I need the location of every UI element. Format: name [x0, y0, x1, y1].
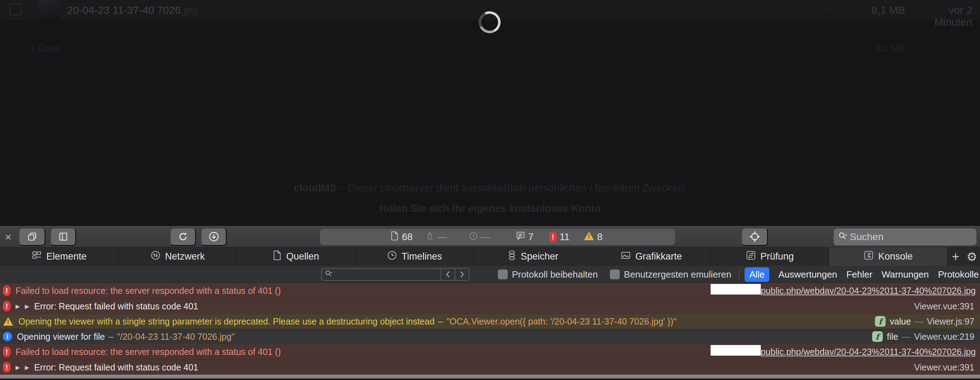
console-message: Failed to load resource: the server resp… [16, 286, 281, 296]
svg-text:!: ! [7, 319, 9, 325]
tab-quellen[interactable]: Quellen [237, 247, 355, 266]
footer-cta[interactable]: Holen Sie sich Ihr eigenes kostenloses K… [0, 203, 980, 214]
file-modified: vor 2 Minuten [908, 4, 972, 28]
find-previous-button[interactable] [441, 269, 455, 280]
console-filter-bar: Protokoll beibehalten Benutzergesten emu… [0, 266, 980, 283]
undock-button[interactable] [19, 228, 45, 246]
inspector-search-field[interactable] [834, 228, 977, 245]
tab-konsole[interactable]: Konsole [829, 247, 948, 266]
add-tab-icon[interactable]: + [948, 247, 964, 266]
console-filter-field[interactable] [321, 268, 469, 281]
resource-summary-pill[interactable]: 68 — — 7 ! [320, 229, 675, 245]
tab-elemente[interactable]: Elemente [0, 247, 118, 266]
scope-protokolle[interactable]: Protokolle [938, 269, 979, 280]
console-icon [863, 250, 874, 263]
source-location-link[interactable]: Viewer.vue:391 [914, 363, 975, 372]
reload-button[interactable] [170, 228, 196, 246]
console-filter-input[interactable] [333, 269, 441, 279]
preserve-log-checkbox[interactable] [498, 269, 508, 279]
find-next-button[interactable] [455, 269, 469, 280]
audit-icon [746, 250, 756, 263]
bottom-resize-strip[interactable] [0, 375, 980, 378]
info-badge-icon: i [3, 332, 12, 341]
close-icon[interactable]: × [3, 231, 13, 244]
timelines-clock-icon [387, 250, 398, 263]
emulate-gestures-toggle[interactable]: Benutzergesten emulieren [610, 269, 732, 280]
search-input[interactable] [850, 231, 977, 242]
tab-speicher[interactable]: Speicher [474, 247, 592, 266]
storage-icon [508, 250, 517, 263]
tab-timelines[interactable]: Timelines [355, 247, 474, 266]
disclosure-icon[interactable]: ▶ [25, 303, 29, 310]
dock-side-button[interactable] [51, 228, 76, 246]
function-badge-icon: f [872, 331, 883, 342]
console-log: ! Failed to load resource: the server re… [0, 283, 980, 375]
error-badge-icon: ! [3, 301, 11, 312]
scope-warnungen[interactable]: Warnungen [882, 269, 929, 280]
file-thumbnail[interactable] [38, 0, 60, 20]
sources-icon [272, 250, 282, 263]
file-actions-menu-icon[interactable]: ··· [824, 3, 838, 15]
disclosure-icon[interactable]: ▶ [16, 303, 20, 310]
console-log-count: 7 [516, 231, 533, 243]
tab-pruefung[interactable]: Prüfung [711, 247, 829, 266]
console-row[interactable]: ! ▶ ▶ Error: Request failed with status … [0, 298, 980, 314]
file-extension: .jpg [181, 4, 197, 16]
tab-grafikkarte[interactable]: Grafikkarte [592, 247, 711, 266]
source-location-link[interactable]: Viewer.vue:391 [914, 301, 975, 312]
download-icon [208, 231, 220, 243]
scope-alle[interactable]: Alle [745, 268, 769, 282]
settings-gear-icon[interactable]: ⚙ [964, 247, 980, 266]
scope-auswertungen[interactable]: Auswertungen [778, 269, 837, 280]
console-row[interactable]: ! Failed to load resource: the server re… [0, 344, 980, 359]
network-icon [150, 250, 161, 263]
console-quoted-value: "/20-04-23 11-37-40 7026.jpg" [117, 332, 235, 342]
source-location-link[interactable]: Viewer.js:97 [927, 317, 974, 327]
inspector-tab-bar: Elemente Netzwerk Quellen Timelines Spei… [0, 247, 980, 266]
memory-usage: — [425, 231, 447, 243]
warning-triangle-icon: ! [584, 231, 594, 243]
undock-icon [27, 231, 38, 243]
screen: 20-04-23 11-37-40 7026.jpg ··· 8,1 MB vo… [0, 0, 980, 380]
console-row[interactable]: ! Failed to load resource: the server re… [0, 283, 980, 298]
console-row[interactable]: i Opening viewer for file – "/20-04-23 1… [0, 329, 980, 344]
file-checkbox[interactable] [10, 3, 22, 16]
web-inspector: × 68 — [0, 226, 980, 380]
download-button[interactable] [201, 228, 227, 246]
function-badge-icon: f [875, 316, 886, 327]
load-time: — [469, 231, 490, 243]
preserve-log-toggle[interactable]: Protokoll beibehalten [498, 269, 598, 280]
resource-link[interactable]: public.php/webdav/20-04-23%2011-37-40%20… [761, 286, 976, 296]
dock-side-icon [58, 231, 68, 243]
file-name[interactable]: 20-04-23 11-37-40 7026.jpg [67, 4, 198, 16]
console-row[interactable]: ! ▶ ▶ Error: Request failed with status … [0, 359, 980, 375]
svg-text:!: ! [588, 234, 590, 240]
warning-count: ! 8 [584, 231, 603, 243]
brand-name: cloudMS [294, 182, 337, 193]
reload-icon [178, 231, 189, 243]
element-picker-button[interactable] [742, 228, 768, 246]
emulate-gestures-checkbox[interactable] [610, 269, 620, 279]
redacted-box [711, 345, 761, 356]
elements-icon [32, 250, 42, 263]
error-badge-icon: ! [3, 285, 11, 296]
console-row[interactable]: ! Opening the viewer with a single strin… [0, 314, 980, 329]
console-message: Failed to load resource: the server resp… [16, 347, 281, 357]
graphics-image-icon [620, 250, 631, 263]
disclosure-icon[interactable]: ▶ [16, 364, 20, 371]
function-name: file [887, 332, 898, 342]
speech-bubble-icon [516, 231, 525, 243]
source-location-link[interactable]: Viewer.vue:219 [914, 332, 975, 342]
scope-fehler[interactable]: Fehler [846, 269, 872, 280]
browser-content: 20-04-23 11-37-40 7026.jpg ··· 8,1 MB vo… [0, 0, 980, 226]
document-icon [390, 231, 399, 243]
error-count: ! 11 [549, 232, 570, 242]
resource-link[interactable]: public.php/webdav/20-04-23%2011-37-40%20… [761, 347, 976, 357]
error-badge-icon: ! [3, 362, 11, 372]
tab-netzwerk[interactable]: Netzwerk [118, 247, 237, 266]
console-message: Opening the viewer with a single string … [18, 317, 434, 327]
inspector-toolbar: × 68 — [0, 226, 980, 247]
disclosure-icon[interactable]: ▶ [25, 364, 29, 371]
redacted-box [711, 284, 761, 294]
error-badge-icon: ! [549, 232, 557, 242]
